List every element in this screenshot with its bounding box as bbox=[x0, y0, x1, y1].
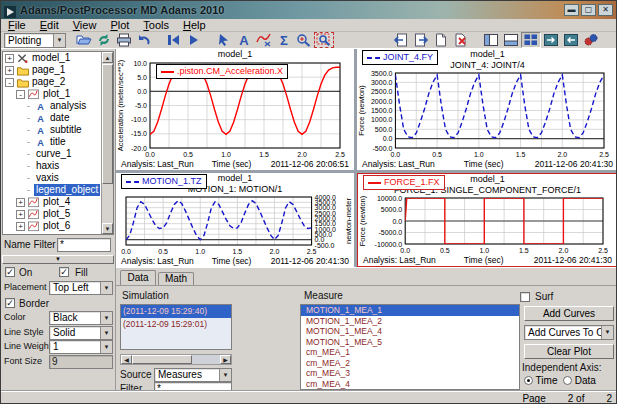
statistics-sigma-button[interactable]: Σ bbox=[274, 32, 294, 48]
tree-item-legend_object[interactable]: -legend_object bbox=[3, 184, 113, 196]
line-weight-select[interactable]: 1▼ bbox=[49, 340, 113, 354]
chart-area[interactable]: 4000.03500.03000.02500.02000.01500.01000… bbox=[116, 194, 354, 255]
pointer-button[interactable] bbox=[214, 32, 234, 48]
chevron-down-icon[interactable]: ▼ bbox=[100, 327, 112, 339]
scroll-left-icon[interactable]: ◀ bbox=[121, 355, 132, 364]
tree-item-page_2[interactable]: -page_2 bbox=[3, 76, 113, 88]
tree-scrollbar[interactable]: ▲ ▼ bbox=[101, 52, 113, 234]
chevron-down-icon[interactable]: ▼ bbox=[219, 369, 231, 381]
menu-edit[interactable]: Edit bbox=[33, 19, 66, 31]
menu-plot[interactable]: Plot bbox=[103, 19, 136, 31]
tree-item-haxis[interactable]: -haxis bbox=[3, 160, 113, 172]
model-tree[interactable]: +model_1+page_1-page_2-plot_1-Aanalysis-… bbox=[2, 51, 114, 235]
measure-item[interactable]: cm_MEA_1 bbox=[301, 347, 519, 358]
expand-icon[interactable]: + bbox=[5, 66, 14, 75]
zoom-in-button[interactable] bbox=[294, 32, 314, 48]
close-button[interactable]: ✕ bbox=[598, 4, 613, 16]
tree-collapse-button[interactable]: ▼ bbox=[2, 255, 114, 264]
plot-pane-4-selected[interactable]: model_1 FORCE_1: SINGLE_COMPONENT_FORCE/… bbox=[357, 173, 617, 267]
legend-on-checkbox[interactable]: ✓ bbox=[5, 267, 15, 277]
simulation-list[interactable]: (2011-12-09 15:29:40)(2011-12-09 15:29:0… bbox=[120, 304, 232, 350]
undo-button[interactable] bbox=[134, 32, 154, 48]
tree-item-model_1[interactable]: +model_1 bbox=[3, 52, 113, 64]
view-back-button[interactable] bbox=[561, 32, 581, 48]
simulation-item[interactable]: (2011-12-09 15:29:40) bbox=[121, 305, 231, 318]
plot-pane-1[interactable]: model_1 .piston.CM_Acceleration.X 10.05.… bbox=[116, 49, 354, 170]
zoom-box-button[interactable] bbox=[314, 32, 334, 48]
legend-box[interactable]: JOINT_4.FY bbox=[362, 50, 438, 65]
layout-left-button[interactable] bbox=[481, 32, 501, 48]
tree-item-plot_5[interactable]: +plot_5 bbox=[3, 208, 113, 220]
clear-plot-button[interactable]: Clear Plot bbox=[524, 344, 614, 359]
measure-item[interactable]: cm_MEA_4 bbox=[301, 379, 519, 390]
tree-item-analysis[interactable]: -Aanalysis bbox=[3, 100, 113, 112]
layout-grid-button[interactable] bbox=[521, 32, 541, 48]
text-tool-button[interactable]: A bbox=[234, 32, 254, 48]
scrollbar-thumb[interactable] bbox=[132, 355, 192, 364]
line-style-select[interactable]: Solid▼ bbox=[49, 326, 113, 340]
curve-edit-button[interactable] bbox=[254, 32, 274, 48]
measure-item[interactable]: cm_MEA_2 bbox=[301, 358, 519, 369]
measure-item[interactable]: MOTION_1_MEA_4 bbox=[301, 326, 519, 337]
plot-pane-3[interactable]: model_1 MOTION_1: MOTION/1 MOTION_1.TZ 4… bbox=[116, 173, 354, 267]
open-folder-button[interactable] bbox=[74, 32, 94, 48]
menu-file[interactable]: File bbox=[1, 19, 33, 31]
page-previous-button[interactable] bbox=[391, 32, 411, 48]
first-frame-button[interactable] bbox=[164, 32, 184, 48]
tab-math[interactable]: Math bbox=[158, 272, 194, 285]
chevron-down-icon[interactable]: ▼ bbox=[601, 326, 613, 339]
chevron-down-icon[interactable]: ▼ bbox=[100, 312, 112, 324]
simulation-hscrollbar[interactable]: ◀ ▶ bbox=[120, 354, 232, 365]
reload-button[interactable] bbox=[94, 32, 114, 48]
plot-pane-2[interactable]: model_1 JOINT_4: JOINT/4 JOINT_4.FY 3500… bbox=[357, 49, 617, 170]
collapse-icon[interactable]: - bbox=[5, 78, 14, 87]
minimize-button[interactable]: ▬ bbox=[564, 4, 579, 16]
data-radio[interactable] bbox=[563, 376, 572, 385]
play-button[interactable] bbox=[184, 32, 204, 48]
expand-icon[interactable]: + bbox=[5, 54, 14, 63]
settings-gears-button[interactable] bbox=[581, 32, 601, 48]
measure-item[interactable]: MOTION_1_MEA_5 bbox=[301, 337, 519, 348]
expand-icon[interactable]: + bbox=[16, 210, 25, 219]
tree-item-plot_1[interactable]: -plot_1 bbox=[3, 88, 113, 100]
measure-item[interactable]: cm_MEA_3 bbox=[301, 368, 519, 379]
legend-fill-checkbox[interactable]: ✓ bbox=[59, 267, 69, 277]
menu-help[interactable]: Help bbox=[176, 19, 213, 31]
name-filter-input[interactable]: * bbox=[57, 238, 111, 252]
scroll-down-icon[interactable]: ▼ bbox=[102, 223, 113, 234]
legend-box[interactable]: FORCE_1.FX bbox=[363, 175, 445, 190]
source-select[interactable]: Measures▼ bbox=[154, 368, 232, 382]
maximize-button[interactable]: ▢ bbox=[581, 4, 596, 16]
measure-item[interactable]: MOTION_1_MEA_2 bbox=[301, 316, 519, 327]
tab-data[interactable]: Data bbox=[120, 270, 156, 285]
chart-area[interactable]: 3500.03000.02500.02000.01500.01000.0500.… bbox=[357, 70, 617, 158]
tree-item-vaxis[interactable]: -vaxis bbox=[3, 172, 113, 184]
page-delete-button[interactable] bbox=[451, 32, 471, 48]
expand-icon[interactable]: + bbox=[16, 222, 25, 231]
legend-box[interactable]: MOTION_1.TZ bbox=[121, 174, 207, 189]
add-mode-select[interactable]: Add Curves To Current I▼ bbox=[524, 325, 614, 340]
measure-item[interactable]: MOTION_1_MEA_1 bbox=[301, 305, 519, 316]
collapse-icon[interactable]: - bbox=[16, 90, 25, 99]
tree-item-plot_4[interactable]: +plot_4 bbox=[3, 196, 113, 208]
chevron-down-icon[interactable]: ▼ bbox=[100, 282, 112, 294]
expand-icon[interactable]: + bbox=[16, 198, 25, 207]
measure-list[interactable]: MOTION_1_MEA_1MOTION_1_MEA_2MOTION_1_MEA… bbox=[300, 304, 520, 390]
time-radio[interactable] bbox=[524, 376, 533, 385]
layout-bottom-button[interactable] bbox=[501, 32, 521, 48]
chevron-down-icon[interactable]: ▼ bbox=[53, 34, 65, 47]
chart-area[interactable]: 10000.05000.00.0-5000.0-10000.00.00.51.0… bbox=[358, 195, 617, 254]
title-bar[interactable]: Adams/PostProcessor MD Adams 2010 ▬ ▢ ✕ bbox=[1, 1, 616, 19]
page-new-button[interactable] bbox=[431, 32, 451, 48]
menu-tools[interactable]: Tools bbox=[136, 19, 176, 31]
view-forward-button[interactable] bbox=[541, 32, 561, 48]
tree-item-page_1[interactable]: +page_1 bbox=[3, 64, 113, 76]
border-checkbox[interactable]: ✓ bbox=[5, 298, 15, 308]
tree-item-plot_6[interactable]: +plot_6 bbox=[3, 220, 113, 232]
scrollbar-thumb[interactable] bbox=[102, 64, 113, 184]
page-next-button[interactable] bbox=[411, 32, 431, 48]
tree-item-title[interactable]: -Atitle bbox=[3, 136, 113, 148]
tree-item-date[interactable]: -Adate bbox=[3, 112, 113, 124]
legend-box[interactable]: .piston.CM_Acceleration.X bbox=[156, 64, 288, 79]
print-button[interactable] bbox=[114, 32, 134, 48]
